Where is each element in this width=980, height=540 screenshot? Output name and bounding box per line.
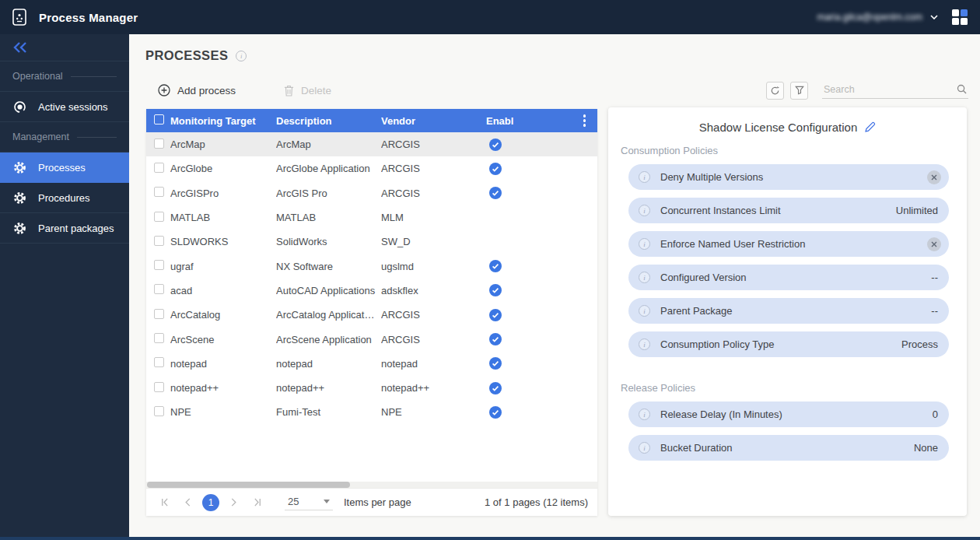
search-input[interactable] [822,82,968,99]
column-header-vendor[interactable]: Vendor [381,115,486,127]
add-process-button[interactable]: Add process [158,84,236,96]
cell-enabled [486,284,576,296]
chevron-down-icon[interactable] [930,15,938,19]
cell-enabled [486,260,576,272]
gear-icon [13,161,26,174]
apps-grid-icon[interactable] [952,9,968,25]
policy-label: Bucket Duration [660,442,733,454]
column-header-enabled[interactable]: Enabl [486,115,576,127]
row-checkbox[interactable] [154,260,164,270]
cell-enabled [486,139,576,151]
table-row[interactable]: ArcGlobeArcGlobe ApplicationARCGIS [146,156,597,181]
policy-row: iConsumption Policy TypeProcess [628,331,949,357]
last-page-button[interactable] [249,494,266,511]
cell-enabled [486,357,576,370]
sidebar-section-label: Management [0,122,129,153]
table-row[interactable]: ArcMapArcMapARCGIS [146,132,597,156]
grid-square [961,9,968,16]
column-menu-kebab-icon[interactable] [576,111,593,130]
user-email[interactable]: maria.gilca@openlm.com [817,12,922,23]
table-row[interactable]: ArcGISProArcGIS ProARCGIS [146,181,597,205]
row-checkbox[interactable] [154,236,164,246]
row-checkbox[interactable] [154,187,164,197]
plus-circle-icon [158,84,170,96]
toolbar: Add process Delete [158,81,968,100]
policy-value: Unlimited [896,205,941,216]
row-checkbox[interactable] [154,284,164,294]
delete-button[interactable]: Delete [284,85,331,96]
info-icon[interactable]: i [639,409,650,420]
row-checkbox[interactable] [154,212,164,222]
table-row[interactable]: notepadnotepadnotepad [146,352,597,376]
info-icon[interactable]: i [639,238,650,250]
current-page-button[interactable]: 1 [202,494,219,511]
cell-description: ArcMap [276,139,381,150]
policy-label: Deny Multiple Versions [660,171,763,183]
cell-monitoring-target: acad [170,285,276,296]
info-icon[interactable]: i [639,338,650,350]
sidebar-item-active-sessions[interactable]: Active sessions [0,92,129,122]
app-title: Process Manager [39,11,138,24]
cell-description: SolidWorks [276,236,381,247]
sidebar-item-parent-packages[interactable]: Parent packages [0,213,129,244]
clear-x-icon[interactable] [927,237,941,251]
row-checkbox[interactable] [154,382,164,392]
row-checkbox[interactable] [154,309,164,319]
enabled-check-icon [489,382,502,394]
first-page-button[interactable] [156,494,173,511]
cell-vendor: ARCGIS [381,139,486,150]
info-icon[interactable]: i [236,51,247,61]
info-icon[interactable]: i [639,305,650,317]
sidebar-item-procedures[interactable]: Procedures [0,183,129,213]
cell-monitoring-target: NPE [170,406,276,418]
info-icon[interactable]: i [639,442,650,454]
info-icon[interactable]: i [639,272,650,283]
cell-monitoring-target: ArcMap [170,139,276,150]
refresh-button[interactable] [766,82,784,100]
cell-enabled [486,382,576,394]
table-row[interactable]: acadAutoCAD Applicationsadskflex [146,279,597,303]
info-icon[interactable]: i [639,171,650,183]
clear-x-icon[interactable] [927,170,941,184]
select-all-checkbox[interactable] [154,114,164,124]
horizontal-scrollbar-thumb[interactable] [147,482,350,488]
cell-vendor: notepad [381,358,486,370]
row-checkbox[interactable] [154,163,164,173]
policy-section-label: Release Policies [621,382,948,394]
next-page-button[interactable] [226,494,243,511]
policy-value: Process [901,338,941,350]
enabled-check-icon [489,309,502,321]
edit-pencil-icon[interactable] [864,121,876,133]
info-icon[interactable]: i [639,205,650,216]
policy-value: 0 [933,409,941,420]
previous-page-button[interactable] [179,494,196,511]
filter-button[interactable] [790,82,808,100]
row-checkbox[interactable] [154,357,164,367]
column-header-monitoring-target[interactable]: Monitoring Target [170,115,276,127]
filter-icon [795,86,804,95]
table-row[interactable]: NPEFumi-TestNPE [146,400,597,424]
grid-square [961,18,968,25]
cell-description: MATLAB [276,212,381,223]
cell-enabled [486,163,576,175]
enabled-check-icon [489,260,502,272]
table-row[interactable]: MATLABMATLABMLM [146,205,597,230]
cell-enabled [486,309,576,321]
table-row[interactable]: SLDWORKSSolidWorksSW_D [146,230,597,254]
sidebar-item-processes[interactable]: Processes [0,153,129,183]
table-row[interactable]: notepad++notepad++notepad++ [146,376,597,400]
row-checkbox[interactable] [154,333,164,343]
cell-monitoring-target: ArcScene [170,334,276,345]
column-header-description[interactable]: Description [276,115,381,127]
search-icon[interactable] [957,83,967,97]
table-row[interactable]: ugrafNX Softwareugslmd [146,254,597,278]
enabled-check-icon [489,163,502,175]
cell-vendor: ARCGIS [381,188,486,199]
row-checkbox[interactable] [154,139,164,149]
row-checkbox[interactable] [154,406,164,416]
table-row[interactable]: ArcCatalogArcCatalog ApplicationARCGIS [146,303,597,327]
table-row[interactable]: ArcSceneArcScene ApplicationARCGIS [146,327,597,351]
sidebar-collapse-button[interactable] [0,34,129,61]
items-per-page-select[interactable]: 25 [285,494,333,510]
cell-monitoring-target: notepad++ [170,382,276,394]
